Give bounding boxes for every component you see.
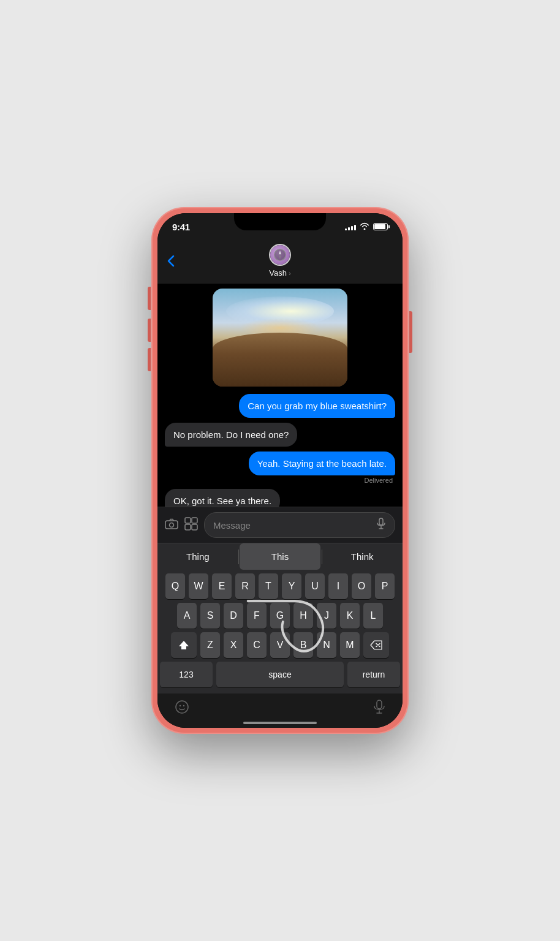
pred-divider-1 [238, 550, 239, 564]
key-L[interactable]: L [363, 603, 383, 629]
nav-header: Vash › [157, 240, 403, 284]
phone-frame: 9:41 [151, 207, 409, 734]
key-C[interactable]: C [247, 632, 267, 658]
notch [234, 213, 326, 230]
keyboard-container: Q W E R T Y U I O P A S D F G [157, 570, 403, 693]
contact-info[interactable]: Vash › [269, 244, 291, 278]
svg-rect-7 [185, 524, 191, 530]
svg-point-4 [170, 523, 174, 527]
key-A[interactable]: A [177, 603, 197, 629]
message-row-received-2: OK, got it. See ya there. [165, 489, 395, 507]
wifi-icon [360, 222, 369, 232]
key-K[interactable]: K [340, 603, 360, 629]
key-O[interactable]: O [352, 573, 371, 599]
key-D[interactable]: D [224, 603, 243, 629]
message-input[interactable]: Message [204, 512, 395, 538]
key-J[interactable]: J [317, 603, 336, 629]
svg-point-14 [180, 705, 181, 706]
key-row-1: Q W E R T Y U I O P [160, 573, 400, 599]
emoji-icon[interactable] [175, 700, 189, 718]
status-icons [345, 222, 388, 232]
image-message [213, 289, 347, 387]
message-row-sent-1: Can you grab my blue sweatshirt? [165, 394, 395, 418]
bubble-sent-2: Yeah. Staying at the beach late. [249, 452, 395, 475]
predictive-word-1[interactable]: This [240, 543, 320, 570]
key-M[interactable]: M [340, 632, 360, 658]
key-Q[interactable]: Q [165, 573, 185, 599]
phone-screen: 9:41 [157, 213, 403, 728]
key-B[interactable]: B [293, 632, 313, 658]
key-numbers[interactable]: 123 [160, 662, 213, 687]
predictive-word-0[interactable]: Thing [157, 543, 238, 570]
appstore-icon[interactable] [184, 517, 198, 534]
key-row-2: A S D F G H J K L [160, 603, 400, 629]
svg-point-13 [176, 701, 188, 713]
svg-marker-12 [179, 641, 189, 649]
key-S[interactable]: S [200, 603, 220, 629]
svg-rect-8 [192, 524, 197, 530]
contact-chevron: › [289, 270, 291, 277]
key-Y[interactable]: Y [282, 573, 301, 599]
key-R[interactable]: R [235, 573, 255, 599]
status-time: 9:41 [172, 222, 190, 232]
input-mic-icon[interactable] [376, 518, 386, 532]
dictation-icon[interactable] [373, 700, 385, 719]
message-placeholder: Message [213, 520, 376, 531]
key-return[interactable]: return [347, 662, 400, 687]
key-U[interactable]: U [305, 573, 325, 599]
back-button[interactable] [167, 255, 175, 267]
key-T[interactable]: T [259, 573, 278, 599]
svg-point-15 [183, 705, 184, 706]
key-I[interactable]: I [328, 573, 348, 599]
contact-name-label: Vash › [269, 268, 290, 278]
key-shift[interactable] [171, 632, 197, 658]
key-W[interactable]: W [189, 573, 208, 599]
keyboard: Q W E R T Y U I O P A S D F G [157, 570, 403, 693]
bottom-bar [157, 693, 403, 728]
home-indicator [243, 722, 317, 724]
battery-icon [373, 223, 388, 230]
bubble-received-2: OK, got it. See ya there. [165, 489, 280, 507]
key-V[interactable]: V [270, 632, 290, 658]
key-N[interactable]: N [317, 632, 336, 658]
signal-icon [345, 223, 356, 230]
key-backspace[interactable] [363, 632, 389, 658]
bubble-sent-1: Can you grab my blue sweatshirt? [239, 394, 395, 418]
message-row-sent-2: Yeah. Staying at the beach late. Deliver… [165, 452, 395, 484]
key-F[interactable]: F [247, 603, 267, 629]
predictive-word-2[interactable]: Think [322, 543, 403, 570]
avatar [269, 244, 291, 266]
svg-rect-5 [185, 518, 191, 523]
svg-rect-6 [192, 518, 197, 523]
messages-area: Can you grab my blue sweatshirt? No prob… [157, 284, 403, 507]
camera-icon[interactable] [165, 518, 178, 532]
delivered-label: Delivered [365, 477, 393, 484]
svg-rect-16 [377, 700, 382, 709]
key-Z[interactable]: Z [200, 632, 220, 658]
key-space[interactable]: space [216, 662, 344, 687]
message-row-received-1: No problem. Do I need one? [165, 423, 395, 447]
key-H[interactable]: H [293, 603, 313, 629]
key-X[interactable]: X [224, 632, 243, 658]
input-area: Message [157, 507, 403, 543]
svg-rect-9 [379, 518, 383, 525]
predictive-bar: Thing This Think [157, 543, 403, 570]
key-row-3: Z X C V B N M [160, 632, 400, 658]
key-G[interactable]: G [270, 603, 290, 629]
key-E[interactable]: E [212, 573, 232, 599]
bubble-received-1: No problem. Do I need one? [165, 423, 297, 447]
key-P[interactable]: P [375, 573, 395, 599]
key-row-4: 123 space return [160, 662, 400, 687]
